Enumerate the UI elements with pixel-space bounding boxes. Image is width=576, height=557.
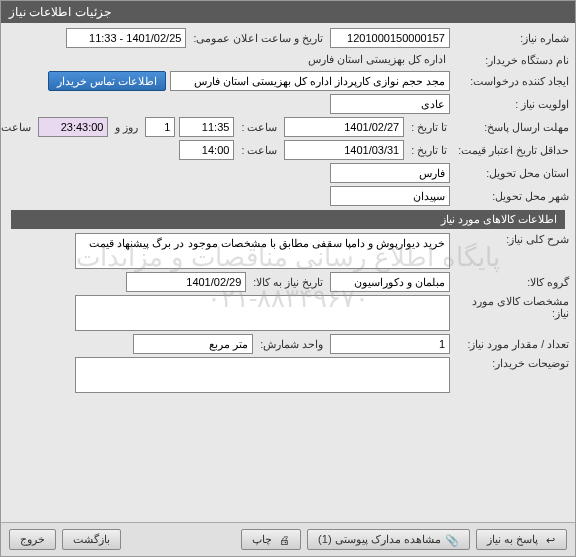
province-input[interactable]: [330, 163, 450, 183]
days-input[interactable]: [145, 117, 175, 137]
spec-textarea[interactable]: [75, 295, 450, 331]
city-input[interactable]: [330, 186, 450, 206]
back-label: بازگشت: [73, 533, 110, 545]
qty-input[interactable]: [330, 334, 450, 354]
validity-time-input[interactable]: [179, 140, 234, 160]
need-date-input[interactable]: [126, 272, 246, 292]
notes-textarea[interactable]: [75, 357, 450, 393]
province-label: استان محل تحویل:: [454, 167, 569, 179]
city-label: شهر محل تحویل:: [454, 190, 569, 202]
form-body: شماره نیاز: تاریخ و ساعت اعلان عمومی: نا…: [1, 23, 575, 522]
unit-label: واحد شمارش:: [257, 338, 326, 350]
deadline-label: مهلت ارسال پاسخ:: [454, 121, 569, 133]
attachments-label: مشاهده مدارک پیوستی (1): [318, 533, 441, 545]
validity-date-input[interactable]: [284, 140, 404, 160]
group-label: گروه کالا:: [454, 276, 569, 288]
dialog-window: جزئیات اطلاعات نیاز شماره نیاز: تاریخ و …: [0, 0, 576, 557]
until-label-1: تا تاریخ :: [408, 121, 450, 133]
contact-buyer-button[interactable]: اطلاعات تماس خریدار: [48, 71, 166, 91]
time-label-2: ساعت :: [238, 144, 280, 156]
priority-label: اولویت نیاز :: [454, 98, 569, 110]
announce-label: تاریخ و ساعت اعلان عمومی:: [190, 32, 326, 44]
remain-label: ساعت باقی مانده: [1, 121, 34, 133]
days-label: روز و: [112, 121, 141, 133]
creator-label: ایجاد کننده درخواست:: [454, 75, 569, 87]
remain-time-input[interactable]: [38, 117, 108, 137]
toolbar: ↩ پاسخ به نیاز 📎 مشاهده مدارک پیوستی (1)…: [1, 522, 575, 556]
need-no-input[interactable]: [330, 28, 450, 48]
print-button[interactable]: 🖨 چاپ: [241, 529, 301, 550]
desc-label: شرح کلی نیاز:: [454, 233, 569, 245]
need-date-label: تاریخ نیاز به کالا:: [250, 276, 326, 288]
section2-header: اطلاعات کالاهای مورد نیاز: [11, 210, 565, 229]
unit-input[interactable]: [133, 334, 253, 354]
spec-label: مشخصات کالای مورد نیاز:: [454, 295, 569, 319]
priority-input[interactable]: [330, 94, 450, 114]
print-icon: 🖨: [278, 534, 290, 546]
need-no-label: شماره نیاز:: [454, 32, 569, 44]
validity-label: حداقل تاریخ اعتبار قیمت:: [454, 144, 569, 156]
notes-label: توضیحات خریدار:: [454, 357, 569, 369]
deadline-date-input[interactable]: [284, 117, 404, 137]
respond-button[interactable]: ↩ پاسخ به نیاز: [476, 529, 567, 550]
creator-input[interactable]: [170, 71, 450, 91]
exit-button[interactable]: خروج: [9, 529, 56, 550]
print-label: چاپ: [252, 533, 272, 545]
exit-label: خروج: [20, 533, 45, 545]
attachment-icon: 📎: [447, 534, 459, 546]
titlebar: جزئیات اطلاعات نیاز: [1, 1, 575, 23]
time-label-1: ساعت :: [238, 121, 280, 133]
window-title: جزئیات اطلاعات نیاز: [9, 5, 111, 19]
qty-label: تعداد / مقدار مورد نیاز:: [454, 338, 569, 350]
back-button[interactable]: بازگشت: [62, 529, 121, 550]
group-input[interactable]: [330, 272, 450, 292]
until-label-2: تا تاریخ :: [408, 144, 450, 156]
announce-input[interactable]: [66, 28, 186, 48]
buyer-value: اداره کل بهزیستی استان فارس: [304, 51, 450, 68]
respond-label: پاسخ به نیاز: [487, 533, 538, 545]
attachments-button[interactable]: 📎 مشاهده مدارک پیوستی (1): [307, 529, 470, 550]
deadline-time-input[interactable]: [179, 117, 234, 137]
buyer-label: نام دستگاه خریدار:: [454, 54, 569, 66]
reply-icon: ↩: [544, 534, 556, 546]
desc-textarea[interactable]: [75, 233, 450, 269]
